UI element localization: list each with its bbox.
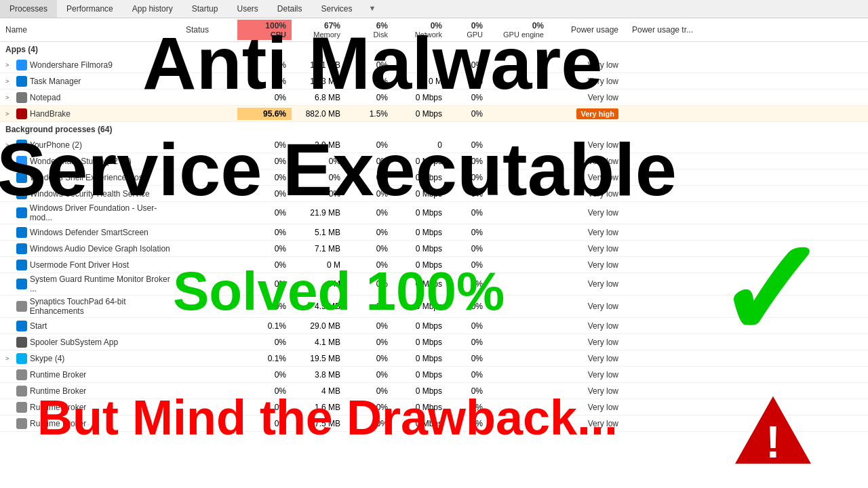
- process-powert: [624, 176, 698, 179]
- process-gpu: 0%: [448, 320, 488, 332]
- process-name: > Wondershare Filmora9: [0, 58, 183, 72]
- process-status: [183, 422, 237, 425]
- process-name-label: Start: [30, 321, 47, 331]
- process-cpu: 0%: [237, 207, 292, 219]
- tab-processes[interactable]: Processes: [0, 0, 57, 18]
- process-name: Spooler SubSystem App: [0, 336, 183, 349]
- col-header-disk[interactable]: 6% Disk: [346, 20, 393, 40]
- process-icon: [16, 337, 27, 348]
- process-icon: [16, 76, 27, 87]
- process-powert: [624, 113, 698, 115]
- process-name: Runtime Broker: [0, 384, 183, 398]
- process-name: Windows Shell Experience Host: [0, 171, 183, 184]
- process-powert: [624, 422, 698, 425]
- process-power: Very low: [549, 369, 624, 381]
- table-row[interactable]: Spooler SubSystem App 0% 4.1 MB 0% 0 Mbp…: [0, 334, 868, 350]
- process-name: Windows Driver Foundation - User-mod...: [0, 202, 183, 224]
- table-row[interactable]: Windows Driver Foundation - User-mod... …: [0, 202, 868, 224]
- power-label: Very low: [588, 419, 618, 428]
- process-gpueng: [488, 406, 549, 409]
- process-disk: 0%: [346, 92, 393, 104]
- table-row[interactable]: Runtime Broker 0% 4 MB 0% 0 Mbps 0% Very…: [0, 383, 868, 399]
- table-row[interactable]: > Wondershare Filmora9 0% 12.1 MB 0% 0 0…: [0, 57, 868, 73]
- process-name-label: Runtime Broker: [30, 370, 86, 380]
- process-status: [183, 96, 237, 99]
- process-status: [183, 113, 237, 115]
- process-gpu: 0%: [448, 259, 488, 271]
- process-network: 0 Mbps: [393, 385, 448, 397]
- tab-apphistory[interactable]: App history: [123, 0, 182, 18]
- process-name-label: Wondershare Studio (32 bit): [30, 157, 132, 166]
- expand-arrow[interactable]: >: [5, 62, 14, 68]
- process-mem: 4.1 MB: [292, 336, 346, 348]
- process-icon: [16, 353, 27, 364]
- table-row[interactable]: > Task Manager 1% 10.3 MB 0% 0 M 0% Very…: [0, 73, 868, 89]
- process-cpu: 0%: [237, 59, 292, 71]
- table-row[interactable]: Runtime Broker 0% 3.8 MB 0% 0 Mbps 0% Ve…: [0, 367, 868, 383]
- cpu-label: CPU: [271, 30, 286, 39]
- expand-arrow[interactable]: >: [5, 78, 14, 85]
- process-disk: 0%: [346, 139, 393, 151]
- process-powert: [624, 144, 698, 146]
- process-mem: 6.8 MB: [292, 92, 346, 104]
- col-header-gpueng[interactable]: 0% GPU engine: [488, 20, 549, 40]
- table-row[interactable]: > HandBrake 95.6% 882.0 MB 1.5% 0 Mbps 0…: [0, 106, 868, 122]
- col-header-name[interactable]: Name: [0, 24, 183, 36]
- col-header-powert[interactable]: Power usage tr...: [624, 24, 698, 36]
- table-row[interactable]: > Skype (4) 0.1% 19.5 MB 0% 0 Mbps 0% Ve…: [0, 350, 868, 367]
- tab-performance[interactable]: Performance: [57, 0, 123, 18]
- expand-arrow[interactable]: >: [5, 94, 14, 101]
- table-row[interactable]: > Notepad 0% 6.8 MB 0% 0 Mbps 0% Very lo…: [0, 89, 868, 106]
- col-header-power[interactable]: Power usage: [549, 24, 624, 36]
- tab-startup[interactable]: Startup: [182, 0, 228, 18]
- table-row[interactable]: Usermode Font Driver Host 0% 0 M 0% 0 Mb…: [0, 257, 868, 273]
- expand-arrow[interactable]: >: [5, 142, 14, 148]
- col-header-memory[interactable]: 67% Memory: [292, 20, 346, 40]
- process-icon: [16, 369, 27, 380]
- process-powert: [624, 390, 698, 392]
- process-gpu: 0%: [448, 278, 488, 290]
- expand-arrow[interactable]: >: [5, 110, 14, 117]
- table-row[interactable]: System Guard Runtime Monitor Broker ... …: [0, 273, 868, 296]
- process-cpu: 0%: [237, 369, 292, 381]
- table-row[interactable]: Synaptics TouchPad 64-bit Enhancements 0…: [0, 296, 868, 318]
- table-row[interactable]: Windows Audio Device Graph Isolation 0% …: [0, 241, 868, 257]
- process-mem: 0%: [292, 171, 346, 184]
- expand-arrow[interactable]: >: [5, 355, 14, 362]
- table-row[interactable]: Windows Shell Experience Host 0% 0% 0% 0…: [0, 169, 868, 186]
- table-row[interactable]: Windows Security Health Service 0% 0% 0%…: [0, 186, 868, 202]
- power-label: Very low: [588, 260, 618, 270]
- process-icon: [16, 260, 27, 270]
- col-header-network[interactable]: 0% Network: [393, 20, 448, 40]
- table-row[interactable]: Windows Defender SmartScreen 0% 5.1 MB 0…: [0, 224, 868, 241]
- process-icon: [16, 156, 27, 167]
- process-mem: 0%: [292, 155, 346, 167]
- tab-details[interactable]: Details: [268, 0, 312, 18]
- process-disk: 0%: [346, 418, 393, 430]
- table-row[interactable]: Runtime Broker 0% 1.6 MB 0% 0 Mbps 0% Ve…: [0, 399, 868, 415]
- process-icon: [16, 301, 27, 312]
- table-row[interactable]: Start 0.1% 29.0 MB 0% 0 Mbps 0% Very low: [0, 318, 868, 334]
- table-row[interactable]: > Wondershare Studio (32 bit) 0% 0% 0% 0…: [0, 153, 868, 169]
- process-mem: 3.8 MB: [292, 369, 346, 381]
- process-name-label: Windows Driver Foundation - User-mod...: [30, 203, 178, 222]
- process-disk: 0%: [346, 243, 393, 255]
- tab-services[interactable]: Services: [312, 0, 362, 18]
- power-label: Very low: [588, 157, 618, 166]
- process-status: [183, 406, 237, 409]
- process-disk: 0%: [346, 207, 393, 219]
- table-row[interactable]: > YourPhone (2) 0% 2.9 MB 0% 0 0% Very l…: [0, 137, 868, 153]
- tab-users[interactable]: Users: [227, 0, 267, 18]
- col-header-cpu[interactable]: 100% CPU: [237, 20, 292, 40]
- col-header-gpu[interactable]: 0% GPU: [448, 20, 488, 40]
- process-gpu: 0%: [448, 59, 488, 71]
- process-gpueng: [488, 325, 549, 327]
- process-disk: 0%: [346, 336, 393, 348]
- expand-arrow[interactable]: >: [5, 158, 14, 165]
- process-gpu: 0%: [448, 401, 488, 413]
- power-label: Very low: [588, 354, 618, 363]
- col-header-status[interactable]: Status: [183, 24, 237, 36]
- table-row[interactable]: Runtime Broker 0% 7.5 MB 0% 0 Mbps 0% Ve…: [0, 415, 868, 432]
- dropdown-arrow[interactable]: ▼: [362, 0, 383, 18]
- process-gpueng: [488, 422, 549, 425]
